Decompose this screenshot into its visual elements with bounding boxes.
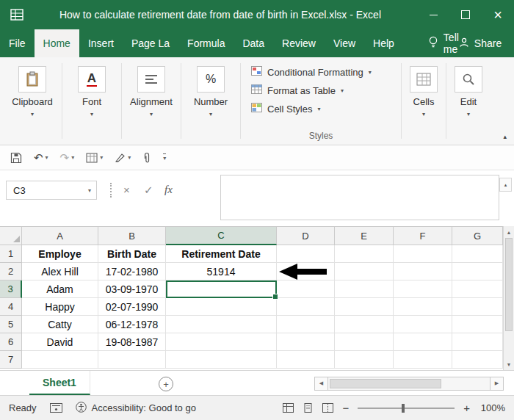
redo-button[interactable]: ↷▾ [60, 151, 75, 164]
normal-view-button[interactable] [283, 403, 294, 413]
attach-button[interactable] [142, 152, 151, 164]
row-header-5[interactable]: 5 [0, 316, 22, 333]
scroll-down-button[interactable]: ▼ [504, 358, 514, 370]
column-header-D[interactable]: D [277, 226, 335, 245]
tab-home[interactable]: Home [35, 29, 79, 57]
maximize-button[interactable] [449, 0, 482, 29]
row-header-3[interactable]: 3 [0, 280, 22, 298]
cell-F3[interactable] [394, 280, 452, 298]
cell-E1[interactable] [335, 245, 394, 263]
zoom-in-button[interactable]: + [463, 402, 470, 414]
cell-F2[interactable] [394, 263, 452, 280]
cell-D7[interactable] [277, 351, 335, 369]
row-header-7[interactable]: 7 [0, 351, 22, 369]
number-dropdown-icon[interactable]: ▾ [209, 111, 212, 117]
ribbon-group-number[interactable]: % Number ▾ [181, 57, 240, 145]
accessibility-status[interactable]: Accessibility: Good to go [76, 402, 196, 415]
cell-D4[interactable] [277, 298, 335, 316]
cell-G1[interactable] [452, 245, 503, 263]
cell-G6[interactable] [452, 333, 503, 351]
vertical-scroll-track[interactable] [505, 238, 513, 358]
column-header-B[interactable]: B [98, 226, 166, 245]
cells-dropdown-icon[interactable]: ▾ [422, 111, 425, 117]
cell-A2[interactable]: Alex Hill [22, 263, 98, 280]
cell-F6[interactable] [394, 333, 452, 351]
cell-E7[interactable] [335, 351, 394, 369]
column-header-G[interactable]: G [452, 226, 503, 245]
cell-E6[interactable] [335, 333, 394, 351]
share-button[interactable]: Share [459, 29, 502, 57]
macro-record-icon[interactable] [50, 403, 62, 413]
ribbon-group-cells[interactable]: Cells ▾ [402, 57, 446, 145]
tab-view[interactable]: View [325, 29, 364, 57]
cell-B1[interactable]: Birth Date [98, 245, 166, 263]
scroll-up-button[interactable]: ▲ [504, 226, 514, 238]
column-header-F[interactable]: F [394, 226, 452, 245]
cell-C2[interactable]: 51914 [166, 263, 277, 280]
scroll-left-button[interactable]: ◀ [314, 377, 328, 391]
zoom-level[interactable]: 100% [479, 402, 505, 413]
ribbon-group-alignment[interactable]: Alignment ▾ [122, 57, 181, 145]
cancel-entry-button[interactable]: × [123, 184, 130, 196]
zoom-slider-thumb[interactable] [402, 404, 405, 413]
vertical-scrollbar[interactable]: ▲ ▼ [503, 226, 514, 370]
row-header-6[interactable]: 6 [0, 333, 22, 351]
cell-styles-button[interactable]: Cell Styles ▾ [251, 103, 401, 115]
cell-B6[interactable]: 19-08-1987 [98, 333, 166, 351]
cell-G3[interactable] [452, 280, 503, 298]
cell-F1[interactable] [394, 245, 452, 263]
tab-formulas[interactable]: Formula [178, 29, 234, 57]
save-button[interactable] [10, 152, 22, 164]
tab-insert[interactable]: Insert [79, 29, 123, 57]
formula-bar-grip[interactable] [110, 183, 112, 198]
cell-B3[interactable]: 03-09-1970 [98, 280, 166, 298]
insert-function-button[interactable]: fx [164, 184, 173, 196]
fill-handle[interactable] [272, 294, 278, 300]
clipboard-dropdown-icon[interactable]: ▾ [31, 111, 34, 117]
ribbon-group-clipboard[interactable]: Clipboard ▾ [3, 57, 62, 145]
cell-A6[interactable]: David [22, 333, 98, 351]
table-tool-button[interactable]: ▾ [86, 153, 103, 163]
cell-F7[interactable] [394, 351, 452, 369]
vertical-scroll-thumb[interactable] [505, 238, 513, 331]
row-header-4[interactable]: 4 [0, 298, 22, 316]
row-header-1[interactable]: 1 [0, 245, 22, 263]
select-all-corner[interactable] [0, 226, 22, 245]
cell-B2[interactable]: 17-02-1980 [98, 263, 166, 280]
cell-G7[interactable] [452, 351, 503, 369]
cell-C1[interactable]: Retirement Date [166, 245, 277, 263]
enter-entry-button[interactable]: ✓ [144, 184, 153, 197]
excel-app-icon[interactable] [10, 8, 23, 21]
cell-G5[interactable] [452, 316, 503, 333]
formula-bar-collapse-button[interactable]: ▴ [499, 178, 512, 192]
tab-help[interactable]: Help [364, 29, 403, 57]
cell-F5[interactable] [394, 316, 452, 333]
alignment-dropdown-icon[interactable]: ▾ [150, 111, 153, 117]
cell-G4[interactable] [452, 298, 503, 316]
tab-file[interactable]: File [0, 29, 35, 57]
draw-tool-button[interactable]: ▾ [115, 153, 131, 163]
cell-A7[interactable] [22, 351, 98, 369]
cell-C7[interactable] [166, 351, 277, 369]
cell-E2[interactable] [335, 263, 394, 280]
customize-qat-button[interactable]: ▾ [163, 153, 166, 162]
minimize-button[interactable] [417, 0, 449, 29]
row-header-2[interactable]: 2 [0, 263, 22, 280]
cell-D5[interactable] [277, 316, 335, 333]
horizontal-scrollbar[interactable]: ◀ ▶ [314, 376, 504, 391]
tab-page-layout[interactable]: Page La [123, 29, 178, 57]
column-header-A[interactable]: A [22, 226, 98, 245]
cell-B7[interactable] [98, 351, 166, 369]
cell-F4[interactable] [394, 298, 452, 316]
close-button[interactable]: × [482, 0, 514, 29]
name-box-dropdown-icon[interactable]: ▾ [88, 187, 96, 194]
formula-input[interactable] [220, 175, 499, 220]
tab-review[interactable]: Review [273, 29, 325, 57]
scroll-right-button[interactable]: ▶ [490, 377, 504, 391]
page-break-view-button[interactable] [322, 403, 333, 413]
cell-A1[interactable]: Employe [22, 245, 98, 263]
cell-G2[interactable] [452, 263, 503, 280]
horizontal-scroll-track[interactable] [328, 377, 490, 391]
cell-A4[interactable]: Happy [22, 298, 98, 316]
conditional-formatting-button[interactable]: Conditional Formatting ▾ [251, 66, 401, 78]
